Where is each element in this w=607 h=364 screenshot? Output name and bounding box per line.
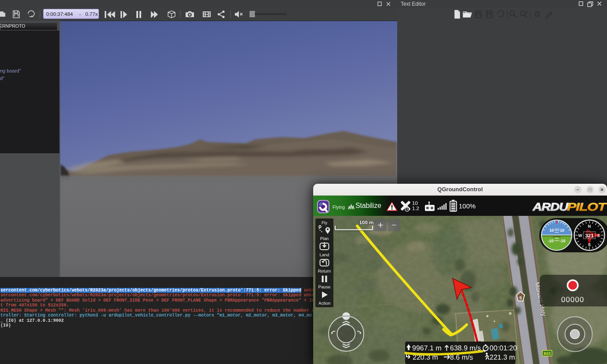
svg-text:S: S <box>588 243 591 248</box>
svg-text:-10: -10 <box>559 239 565 243</box>
svg-text:E: E <box>597 233 600 238</box>
svg-text:8.6 m/s: 8.6 m/s <box>450 354 473 361</box>
svg-text:W: W <box>578 233 582 238</box>
svg-text:00:01:20: 00:01:20 <box>490 345 517 352</box>
svg-text:Plan: Plan <box>320 237 329 241</box>
svg-text:10: 10 <box>549 228 554 233</box>
svg-text:Return: Return <box>318 269 331 274</box>
svg-text:100 m: 100 m <box>359 220 374 226</box>
svg-text:00000: 00000 <box>561 295 584 304</box>
svg-text:B23: B23 <box>544 351 551 356</box>
svg-text:221.3 m: 221.3 m <box>490 354 515 361</box>
svg-text:PILOT: PILOT <box>567 201 607 212</box>
svg-text:Action: Action <box>318 301 330 306</box>
svg-text:Fly: Fly <box>322 221 327 226</box>
svg-text:9967.1 m: 9967.1 m <box>412 345 442 352</box>
svg-text:-10: -10 <box>548 239 553 243</box>
svg-text:5: 5 <box>519 296 522 301</box>
svg-text:10: 10 <box>560 228 564 233</box>
svg-text:Pause: Pause <box>318 285 331 290</box>
svg-text:321: 321 <box>585 233 594 239</box>
svg-text:Land: Land <box>320 253 329 258</box>
svg-text:ARDU: ARDU <box>532 201 569 212</box>
svg-text:N: N <box>588 224 591 229</box>
